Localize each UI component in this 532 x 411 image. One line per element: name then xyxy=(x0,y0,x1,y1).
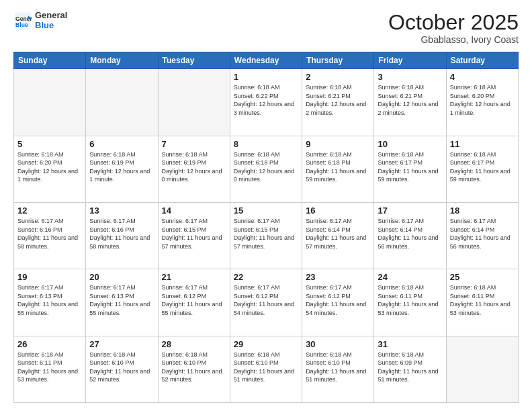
day-number: 20 xyxy=(89,272,154,282)
calendar-week-0: 1Sunrise: 6:18 AM Sunset: 6:22 PM Daylig… xyxy=(14,69,519,136)
day-number: 17 xyxy=(378,205,442,216)
calendar-header-monday: Monday xyxy=(86,52,158,69)
calendar-table: SundayMondayTuesdayWednesdayThursdayFrid… xyxy=(13,52,519,403)
calendar-cell: 25Sunrise: 6:18 AM Sunset: 6:11 PM Dayli… xyxy=(446,269,518,336)
day-info: Sunrise: 6:17 AM Sunset: 6:16 PM Dayligh… xyxy=(89,217,154,250)
day-number: 24 xyxy=(378,272,442,282)
calendar-cell: 29Sunrise: 6:18 AM Sunset: 6:10 PM Dayli… xyxy=(230,336,302,402)
day-number: 30 xyxy=(306,339,370,349)
day-info: Sunrise: 6:18 AM Sunset: 6:21 PM Dayligh… xyxy=(378,83,442,117)
calendar-cell: 10Sunrise: 6:18 AM Sunset: 6:17 PM Dayli… xyxy=(374,136,446,202)
calendar-cell: 4Sunrise: 6:18 AM Sunset: 6:20 PM Daylig… xyxy=(446,69,518,136)
day-number: 19 xyxy=(17,272,82,282)
day-number: 9 xyxy=(306,139,370,149)
day-info: Sunrise: 6:17 AM Sunset: 6:16 PM Dayligh… xyxy=(17,217,82,250)
day-info: Sunrise: 6:18 AM Sunset: 6:22 PM Dayligh… xyxy=(234,83,298,117)
day-info: Sunrise: 6:18 AM Sunset: 6:10 PM Dayligh… xyxy=(162,351,226,384)
calendar-week-4: 26Sunrise: 6:18 AM Sunset: 6:11 PM Dayli… xyxy=(14,336,519,402)
day-number: 10 xyxy=(378,139,442,149)
day-number: 14 xyxy=(162,205,226,216)
day-info: Sunrise: 6:18 AM Sunset: 6:17 PM Dayligh… xyxy=(378,150,442,184)
calendar-cell: 27Sunrise: 6:18 AM Sunset: 6:10 PM Dayli… xyxy=(86,336,158,402)
calendar-header-friday: Friday xyxy=(374,52,446,69)
calendar-cell: 31Sunrise: 6:18 AM Sunset: 6:09 PM Dayli… xyxy=(374,336,446,402)
day-number: 4 xyxy=(450,72,515,82)
calendar-week-2: 12Sunrise: 6:17 AM Sunset: 6:16 PM Dayli… xyxy=(14,202,519,269)
header: General Blue General Blue October 2025 G… xyxy=(13,11,519,45)
calendar-cell xyxy=(86,69,158,136)
calendar-cell: 16Sunrise: 6:17 AM Sunset: 6:14 PM Dayli… xyxy=(302,202,374,269)
calendar-cell xyxy=(158,69,230,136)
day-info: Sunrise: 6:18 AM Sunset: 6:11 PM Dayligh… xyxy=(378,283,442,317)
day-number: 13 xyxy=(89,205,154,216)
calendar-cell: 22Sunrise: 6:17 AM Sunset: 6:12 PM Dayli… xyxy=(230,269,302,336)
calendar-header-tuesday: Tuesday xyxy=(158,52,230,69)
calendar-header-row: SundayMondayTuesdayWednesdayThursdayFrid… xyxy=(14,52,519,69)
day-number: 7 xyxy=(162,139,226,149)
day-info: Sunrise: 6:18 AM Sunset: 6:11 PM Dayligh… xyxy=(450,283,515,317)
calendar-cell: 3Sunrise: 6:18 AM Sunset: 6:21 PM Daylig… xyxy=(374,69,446,136)
title-block: October 2025 Gbablasso, Ivory Coast xyxy=(388,11,519,45)
day-number: 3 xyxy=(378,72,442,82)
day-info: Sunrise: 6:18 AM Sunset: 6:10 PM Dayligh… xyxy=(306,351,370,384)
day-info: Sunrise: 6:17 AM Sunset: 6:14 PM Dayligh… xyxy=(378,217,442,250)
day-info: Sunrise: 6:17 AM Sunset: 6:14 PM Dayligh… xyxy=(450,217,515,250)
day-info: Sunrise: 6:18 AM Sunset: 6:18 PM Dayligh… xyxy=(234,150,298,184)
day-number: 29 xyxy=(234,339,298,349)
day-number: 15 xyxy=(234,205,298,216)
day-info: Sunrise: 6:18 AM Sunset: 6:19 PM Dayligh… xyxy=(89,150,154,184)
calendar-cell: 20Sunrise: 6:17 AM Sunset: 6:13 PM Dayli… xyxy=(86,269,158,336)
day-number: 21 xyxy=(162,272,226,282)
day-number: 18 xyxy=(450,205,515,216)
day-info: Sunrise: 6:18 AM Sunset: 6:10 PM Dayligh… xyxy=(89,351,154,384)
logo-icon: General Blue xyxy=(13,11,32,30)
calendar-cell: 17Sunrise: 6:17 AM Sunset: 6:14 PM Dayli… xyxy=(374,202,446,269)
calendar-cell: 19Sunrise: 6:17 AM Sunset: 6:13 PM Dayli… xyxy=(14,269,86,336)
calendar-cell: 12Sunrise: 6:17 AM Sunset: 6:16 PM Dayli… xyxy=(14,202,86,269)
day-info: Sunrise: 6:17 AM Sunset: 6:12 PM Dayligh… xyxy=(306,283,370,317)
calendar-header-wednesday: Wednesday xyxy=(230,52,302,69)
day-number: 6 xyxy=(89,139,154,149)
day-number: 22 xyxy=(234,272,298,282)
logo: General Blue General Blue xyxy=(13,11,67,31)
day-number: 12 xyxy=(17,205,82,216)
calendar-cell: 6Sunrise: 6:18 AM Sunset: 6:19 PM Daylig… xyxy=(86,136,158,202)
day-info: Sunrise: 6:17 AM Sunset: 6:13 PM Dayligh… xyxy=(17,283,82,317)
day-number: 23 xyxy=(306,272,370,282)
calendar-cell: 15Sunrise: 6:17 AM Sunset: 6:15 PM Dayli… xyxy=(230,202,302,269)
day-info: Sunrise: 6:18 AM Sunset: 6:09 PM Dayligh… xyxy=(378,351,442,384)
day-number: 11 xyxy=(450,139,515,149)
day-number: 25 xyxy=(450,272,515,282)
day-number: 26 xyxy=(17,339,82,349)
svg-text:General: General xyxy=(15,15,32,22)
calendar-cell: 14Sunrise: 6:17 AM Sunset: 6:15 PM Dayli… xyxy=(158,202,230,269)
page: General Blue General Blue October 2025 G… xyxy=(0,0,532,411)
day-info: Sunrise: 6:18 AM Sunset: 6:21 PM Dayligh… xyxy=(306,83,370,117)
day-info: Sunrise: 6:18 AM Sunset: 6:11 PM Dayligh… xyxy=(17,351,82,384)
calendar-header-saturday: Saturday xyxy=(446,52,518,69)
day-info: Sunrise: 6:17 AM Sunset: 6:13 PM Dayligh… xyxy=(89,283,154,317)
calendar-cell: 8Sunrise: 6:18 AM Sunset: 6:18 PM Daylig… xyxy=(230,136,302,202)
day-info: Sunrise: 6:18 AM Sunset: 6:10 PM Dayligh… xyxy=(234,351,298,384)
day-number: 2 xyxy=(306,72,370,82)
calendar-cell: 9Sunrise: 6:18 AM Sunset: 6:18 PM Daylig… xyxy=(302,136,374,202)
day-info: Sunrise: 6:17 AM Sunset: 6:15 PM Dayligh… xyxy=(234,217,298,250)
calendar-cell: 28Sunrise: 6:18 AM Sunset: 6:10 PM Dayli… xyxy=(158,336,230,402)
calendar-cell: 1Sunrise: 6:18 AM Sunset: 6:22 PM Daylig… xyxy=(230,69,302,136)
calendar-cell: 26Sunrise: 6:18 AM Sunset: 6:11 PM Dayli… xyxy=(14,336,86,402)
svg-text:Blue: Blue xyxy=(15,21,28,28)
location: Gbablasso, Ivory Coast xyxy=(388,34,519,45)
calendar-cell: 21Sunrise: 6:17 AM Sunset: 6:12 PM Dayli… xyxy=(158,269,230,336)
day-number: 5 xyxy=(17,139,82,149)
day-number: 16 xyxy=(306,205,370,216)
calendar-cell xyxy=(14,69,86,136)
day-info: Sunrise: 6:17 AM Sunset: 6:12 PM Dayligh… xyxy=(162,283,226,317)
calendar-week-3: 19Sunrise: 6:17 AM Sunset: 6:13 PM Dayli… xyxy=(14,269,519,336)
calendar-cell: 23Sunrise: 6:17 AM Sunset: 6:12 PM Dayli… xyxy=(302,269,374,336)
day-number: 8 xyxy=(234,139,298,149)
day-info: Sunrise: 6:18 AM Sunset: 6:20 PM Dayligh… xyxy=(450,83,515,117)
calendar-cell: 24Sunrise: 6:18 AM Sunset: 6:11 PM Dayli… xyxy=(374,269,446,336)
calendar-cell: 30Sunrise: 6:18 AM Sunset: 6:10 PM Dayli… xyxy=(302,336,374,402)
day-info: Sunrise: 6:18 AM Sunset: 6:17 PM Dayligh… xyxy=(450,150,515,184)
day-info: Sunrise: 6:17 AM Sunset: 6:14 PM Dayligh… xyxy=(306,217,370,250)
